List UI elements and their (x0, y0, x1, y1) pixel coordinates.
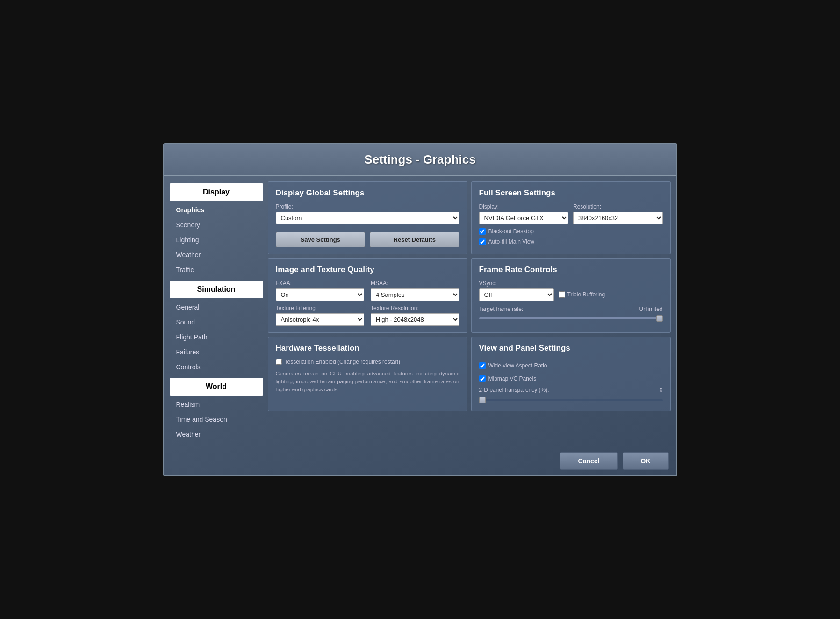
autofill-checkbox[interactable] (479, 238, 486, 245)
frame-rate-title: Frame Rate Controls (479, 265, 663, 274)
triple-buf-label: Triple Buffering (567, 291, 605, 298)
title-bar: Settings - Graphics (164, 144, 676, 176)
blackout-row: Black-out Desktop (479, 228, 663, 235)
display-global-panel: Display Global Settings Profile: Custom … (268, 181, 467, 254)
sidebar-item-lighting[interactable]: Lighting (170, 234, 263, 246)
image-texture-panel: Image and Texture Quality FXAA: On MSAA:… (268, 258, 467, 333)
full-screen-panel: Full Screen Settings Display: NVIDIA GeF… (471, 181, 671, 254)
reset-defaults-button[interactable]: Reset Defaults (370, 232, 459, 247)
frame-rate-panel: Frame Rate Controls VSync: Off Triple Bu… (471, 258, 671, 333)
vsync-label: VSync: (479, 280, 663, 287)
transparency-value: 0 (660, 387, 663, 393)
sidebar-item-weather[interactable]: Weather (170, 249, 263, 261)
slider-fill (479, 317, 663, 319)
sidebar-item-scenery[interactable]: Scenery (170, 219, 263, 231)
view-panel-settings: View and Panel Settings Wide-view Aspect… (471, 337, 671, 411)
sidebar-item-world-weather[interactable]: Weather (170, 428, 263, 440)
profile-label: Profile: (276, 203, 459, 210)
mipmap-row: Mipmap VC Panels (479, 375, 663, 382)
tess-description: Generates terrain on GPU enabling advanc… (276, 370, 459, 394)
display-col-label: Display: (479, 203, 569, 210)
tex-filter-select[interactable]: Anisotropic 4x (276, 313, 365, 326)
view-panel-title: View and Panel Settings (479, 344, 663, 353)
full-screen-title: Full Screen Settings (479, 188, 663, 198)
sidebar-item-flight-path[interactable]: Flight Path (170, 331, 263, 343)
hardware-tess-panel: Hardware Tessellation Tessellation Enabl… (268, 337, 467, 411)
page-title: Settings - Graphics (173, 152, 667, 167)
transparency-slider-thumb[interactable] (479, 397, 486, 403)
resolution-col: Resolution: 3840x2160x32 (573, 203, 663, 224)
view-panel-items: Wide-view Aspect Ratio Mipmap VC Panels … (479, 359, 663, 404)
resolution-select[interactable]: 3840x2160x32 (573, 212, 663, 224)
sidebar-item-failures[interactable]: Failures (170, 346, 263, 358)
resolution-col-label: Resolution: (573, 203, 663, 210)
transparency-slider-track (479, 399, 663, 401)
tess-checkbox-row: Tessellation Enabled (Change requires re… (276, 359, 459, 365)
fxaa-label: FXAA: (276, 280, 365, 287)
main-window: Settings - Graphics Display Graphics Sce… (163, 143, 677, 476)
content-area: Display Graphics Scenery Lighting Weathe… (164, 176, 676, 446)
wide-view-checkbox[interactable] (479, 362, 486, 369)
vsync-select[interactable]: Off (479, 288, 554, 301)
sidebar-world-header: World (170, 378, 263, 396)
sidebar-item-traffic[interactable]: Traffic (170, 264, 263, 276)
hardware-tess-title: Hardware Tessellation (276, 344, 459, 353)
msaa-col: MSAA: 4 Samples (371, 280, 459, 301)
sidebar-simulation-header: Simulation (170, 281, 263, 298)
sidebar-item-controls[interactable]: Controls (170, 361, 263, 373)
tess-enabled-label: Tessellation Enabled (Change requires re… (285, 359, 400, 365)
panels-row-1: Display Global Settings Profile: Custom … (268, 181, 671, 254)
triple-buf-row: Triple Buffering (559, 291, 605, 298)
sidebar-item-time-season[interactable]: Time and Season (170, 413, 263, 425)
profile-select[interactable]: Custom (276, 212, 459, 224)
display-col: Display: NVIDIA GeForce GTX (479, 203, 569, 224)
blackout-label: Black-out Desktop (488, 228, 534, 235)
fxaa-select[interactable]: On (276, 288, 365, 301)
blackout-checkbox[interactable] (479, 228, 486, 235)
bottom-bar: Cancel OK (164, 446, 676, 475)
panels-row-3: Hardware Tessellation Tessellation Enabl… (268, 337, 671, 411)
image-texture-title: Image and Texture Quality (276, 265, 459, 274)
btn-row: Save Settings Reset Defaults (276, 232, 459, 247)
transparency-slider-container (479, 396, 663, 404)
tex-filter-label: Texture Filtering: (276, 305, 365, 311)
target-frame-rate-row: Target frame rate: Unlimited (479, 306, 663, 312)
sidebar-item-realism[interactable]: Realism (170, 398, 263, 410)
sidebar-display-header: Display (170, 183, 263, 201)
msaa-select[interactable]: 4 Samples (371, 288, 459, 301)
autofill-label: Auto-fill Main View (488, 238, 534, 245)
tex-res-select[interactable]: High - 2048x2048 (371, 313, 459, 326)
panels-row-2: Image and Texture Quality FXAA: On MSAA:… (268, 258, 671, 333)
panels-area: Display Global Settings Profile: Custom … (268, 181, 671, 440)
fxaa-col: FXAA: On (276, 280, 365, 301)
display-global-title: Display Global Settings (276, 188, 459, 198)
wide-view-row: Wide-view Aspect Ratio (479, 362, 663, 369)
ok-button[interactable]: OK (623, 452, 669, 470)
mipmap-checkbox[interactable] (479, 375, 486, 382)
display-select[interactable]: NVIDIA GeForce GTX (479, 212, 569, 224)
image-texture-grid: FXAA: On MSAA: 4 Samples Tex (276, 280, 459, 326)
mipmap-label: Mipmap VC Panels (488, 375, 537, 382)
frame-rate-slider-container (479, 314, 663, 323)
cancel-button[interactable]: Cancel (560, 452, 618, 470)
autofill-row: Auto-fill Main View (479, 238, 663, 245)
sidebar-item-graphics[interactable]: Graphics (170, 204, 263, 216)
msaa-label: MSAA: (371, 280, 459, 287)
slider-track (479, 317, 663, 319)
save-settings-button[interactable]: Save Settings (276, 232, 366, 247)
tex-res-col: Texture Resolution: High - 2048x2048 (371, 305, 459, 326)
tess-checkbox[interactable] (276, 359, 282, 365)
vsync-row: Off Triple Buffering (479, 288, 663, 301)
triple-buf-checkbox[interactable] (559, 291, 565, 298)
slider-thumb[interactable] (656, 315, 663, 322)
target-label: Target frame rate: (479, 306, 524, 312)
full-screen-cols: Display: NVIDIA GeForce GTX Resolution: … (479, 203, 663, 224)
target-value: Unlimited (639, 306, 662, 312)
sidebar-item-general[interactable]: General (170, 301, 263, 313)
sidebar: Display Graphics Scenery Lighting Weathe… (170, 181, 263, 440)
tex-res-label: Texture Resolution: (371, 305, 459, 311)
sidebar-item-sound[interactable]: Sound (170, 316, 263, 328)
transparency-label: 2-D panel transparency (%): (479, 387, 549, 393)
tex-filter-col: Texture Filtering: Anisotropic 4x (276, 305, 365, 326)
transparency-row: 2-D panel transparency (%): 0 (479, 387, 663, 393)
